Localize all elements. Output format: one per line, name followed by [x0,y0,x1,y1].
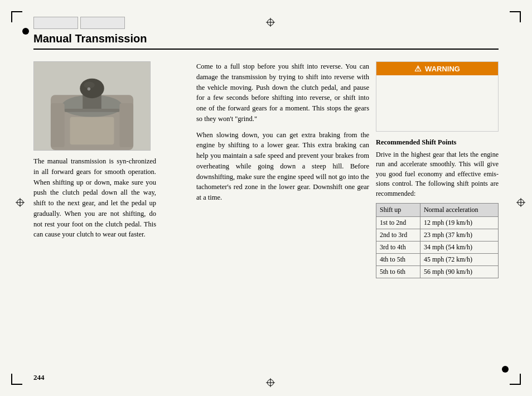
shift-speed: 56 mph (90 km/h) [420,265,498,278]
shift-table: Shift up Normal acceleration 1st to 2nd1… [376,203,499,278]
main-content: ⊕ The manual transmission is syn-chroniz… [33,61,499,363]
page-header: Manual Transmission [33,17,499,50]
svg-text:⊕: ⊕ [87,86,91,91]
page: Manual Transmission [0,0,532,396]
col-header-accel: Normal acceleration [420,203,498,216]
svg-rect-7 [65,109,120,112]
table-row: 4th to 5th45 mph (72 km/h) [376,253,499,265]
corner-mark-bl [11,374,22,385]
corner-mark-br [510,374,521,385]
left-body-text: The manual transmission is syn-chronized… [33,156,156,240]
corner-mark-tr [510,11,521,22]
table-row: 1st to 2nd12 mph (19 km/h) [376,216,499,229]
tab-2 [80,17,125,29]
middle-body-text: Come to a full stop before you shift int… [196,61,369,203]
shift-from-to: 5th to 6th [376,265,420,278]
svg-rect-9 [51,103,65,147]
shift-from-to: 2nd to 3rd [376,229,420,241]
warning-label: WARNING [425,65,460,73]
shift-points-description: Drive in the highest gear that lets the … [376,150,499,199]
table-header-row: Shift up Normal acceleration [376,203,499,216]
shift-speed: 34 mph (54 km/h) [420,241,498,253]
registration-circle-tl [22,28,29,35]
gear-shift-svg: ⊕ [34,62,150,150]
section-title: Manual Transmission [33,32,499,45]
page-number: 244 [33,373,45,382]
warning-content [376,75,498,131]
table-row: 3rd to 4th34 mph (54 km/h) [376,241,499,253]
shift-from-to: 3rd to 4th [376,241,420,253]
svg-rect-8 [70,117,114,144]
registration-circle-br [502,366,509,373]
warning-triangle-icon: ⚠ [414,64,422,73]
svg-rect-10 [119,103,133,147]
shift-speed: 45 mph (72 km/h) [420,253,498,265]
shift-speed: 23 mph (37 km/h) [420,229,498,241]
middle-para-2: When slowing down, you can get extra bra… [196,130,369,203]
shift-from-to: 4th to 5th [376,253,420,265]
warning-box: ⚠ WARNING [376,61,499,132]
shift-from-to: 1st to 2nd [376,216,420,229]
right-column: ⚠ WARNING Recommended Shift Points Drive… [376,61,499,363]
header-rule [33,49,499,50]
shift-speed: 12 mph (19 km/h) [420,216,498,229]
gear-shift-image: ⊕ [33,61,151,151]
col-header-shift: Shift up [376,203,420,216]
middle-para-1: Come to a full stop before you shift int… [196,61,369,124]
corner-mark-tl [11,11,22,22]
left-column: ⊕ The manual transmission is syn-chroniz… [33,61,190,363]
warning-header: ⚠ WARNING [376,62,498,75]
tab-1 [33,17,78,29]
middle-column: Come to a full stop before you shift int… [190,61,376,363]
shift-points-title: Recommended Shift Points [376,138,499,147]
svg-point-4 [80,79,104,99]
table-row: 2nd to 3rd23 mph (37 km/h) [376,229,499,241]
tab-area [33,17,499,29]
table-row: 5th to 6th56 mph (90 km/h) [376,265,499,278]
